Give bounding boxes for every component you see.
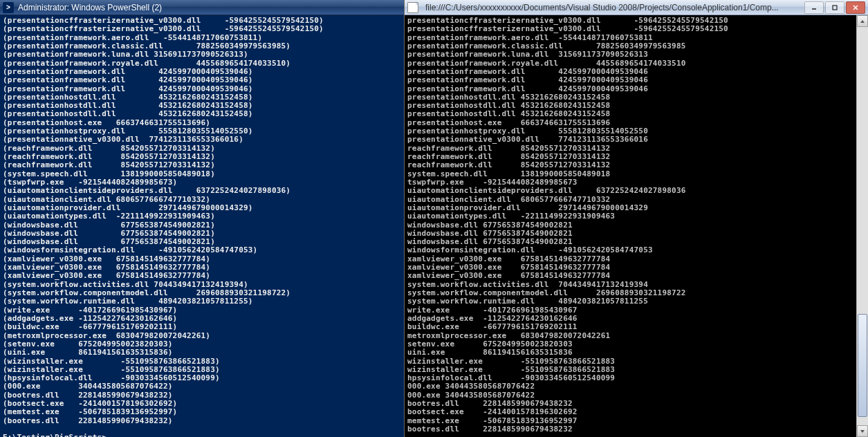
powershell-output: (presentationcffrasterizernative_v0300.d… [0, 15, 404, 437]
powershell-console[interactable]: (presentationcffrasterizernative_v0300.d… [0, 15, 404, 437]
svg-rect-1 [833, 6, 837, 10]
document-icon [407, 2, 418, 13]
scroll-track[interactable] [857, 27, 868, 425]
powershell-title-text: Administrator: Windows PowerShell (2) [18, 3, 401, 12]
maximize-button[interactable] [825, 1, 844, 14]
textviewer-output[interactable]: presentationcffrasterizernative_v0300.dl… [405, 15, 856, 437]
powershell-titlebar[interactable]: > Administrator: Windows PowerShell (2) [0, 0, 404, 15]
vertical-scrollbar[interactable] [856, 15, 868, 437]
textviewer-window: file:///C:/Users/xxxxxxxxxx/Documents/Vi… [404, 0, 868, 437]
scroll-thumb[interactable] [858, 314, 867, 418]
svg-marker-5 [860, 430, 865, 433]
minimize-button[interactable] [804, 1, 824, 14]
powershell-window: > Administrator: Windows PowerShell (2) … [0, 0, 404, 437]
close-button[interactable] [846, 1, 865, 14]
textviewer-body: presentationcffrasterizernative_v0300.dl… [405, 15, 868, 437]
svg-marker-4 [860, 20, 865, 23]
scroll-up-button[interactable] [857, 15, 868, 27]
textviewer-title-text: file:///C:/Users/xxxxxxxxxx/Documents/Vi… [425, 3, 800, 12]
powershell-icon: > [3, 2, 14, 13]
scroll-down-button[interactable] [857, 425, 868, 437]
window-controls [803, 1, 865, 14]
textviewer-titlebar[interactable]: file:///C:/Users/xxxxxxxxxx/Documents/Vi… [405, 0, 868, 15]
